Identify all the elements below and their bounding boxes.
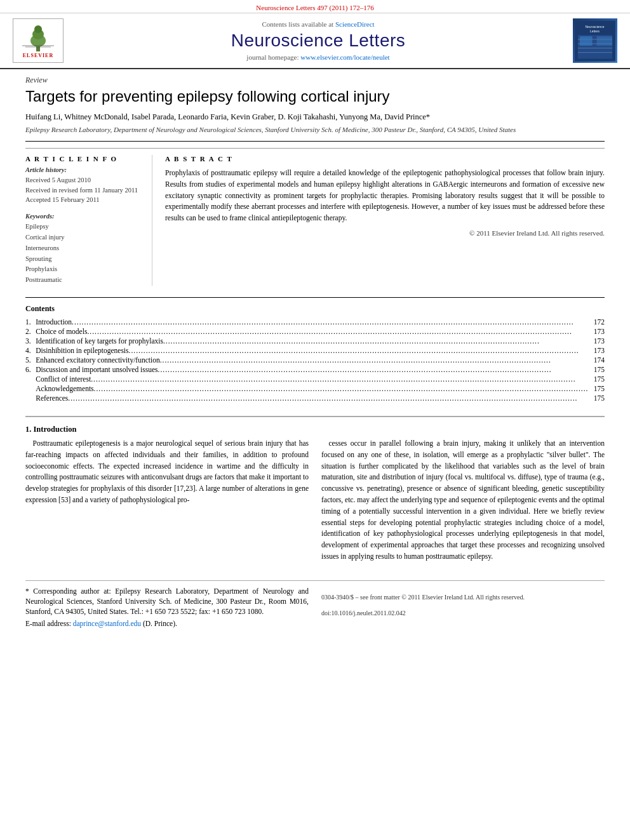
elsevier-logo-box: ELSEVIER <box>13 18 64 63</box>
contents-table: 1. Introduction.........................… <box>25 317 605 403</box>
contents-label-5: Enhanced excitatory connectivity/functio… <box>36 356 588 365</box>
contents-page-2: 173 <box>588 327 605 337</box>
contents-available-text: Contents lists available at <box>262 20 333 28</box>
journal-homepage: journal homepage: www.elsevier.com/locat… <box>70 53 566 61</box>
svg-text:Neuroscience: Neuroscience <box>586 25 605 29</box>
contents-num-1: 1. <box>25 317 36 327</box>
homepage-label: journal homepage: <box>246 53 298 61</box>
corresponding-note: * Corresponding author at: Epilepsy Rese… <box>25 586 309 617</box>
contents-label-3: Identification of key targets for prophy… <box>36 337 588 346</box>
footnote-area: * Corresponding author at: Epilepsy Rese… <box>25 580 605 630</box>
contents-num-ref <box>25 394 36 403</box>
contents-title: Contents <box>25 304 605 314</box>
introduction-section: 1. Introduction Posttraumatic epileptoge… <box>25 416 605 568</box>
keyword-1: Cortical injury <box>25 232 142 243</box>
contents-label-2: Choice of models........................… <box>36 327 588 337</box>
article-info-abstract: A R T I C L E I N F O Article history: R… <box>25 148 605 286</box>
keywords-section: Keywords: Epilepsy Cortical injury Inter… <box>25 213 142 286</box>
keyword-4: Prophylaxis <box>25 264 142 275</box>
journal-thumb: Neuroscience Letters <box>566 18 617 63</box>
contents-num-5: 5. <box>25 356 36 365</box>
keyword-5: Posttraumatic <box>25 275 142 286</box>
article-info-panel: A R T I C L E I N F O Article history: R… <box>25 155 152 286</box>
intro-left-paragraph: Posttraumatic epileptogenesis is a major… <box>25 438 309 506</box>
svg-point-3 <box>34 25 42 33</box>
svg-rect-4 <box>22 45 54 46</box>
email-suffix: (D. Prince). <box>143 620 177 627</box>
contents-page-4: 173 <box>588 346 605 356</box>
contents-label-ack: Acknowledgements........................… <box>36 384 588 394</box>
history-revised: Received in revised form 11 January 2011 <box>25 185 142 196</box>
contents-page-1: 172 <box>588 317 605 327</box>
contents-row-2: 2. Choice of models.....................… <box>25 327 605 337</box>
contents-page-5: 174 <box>588 356 605 365</box>
contents-row-ref: References..............................… <box>25 394 605 403</box>
keywords-label: Keywords: <box>25 213 142 220</box>
corresponding-text: * Corresponding author at: Epilepsy Rese… <box>25 587 309 615</box>
page: Neuroscience Letters 497 (2011) 172–176 … <box>0 0 630 840</box>
article-type-label: Review <box>25 76 605 85</box>
article-title: Targets for preventing epilepsy followin… <box>25 88 605 106</box>
history-label: Article history: <box>25 166 142 173</box>
journal-ref-bar: Neuroscience Letters 497 (2011) 172–176 <box>0 0 630 13</box>
contents-label-coi: Conflict of interest....................… <box>36 375 588 384</box>
contents-row-4: 4. Disinhibition in epileptogenesis.....… <box>25 346 605 356</box>
journal-header: ELSEVIER Contents lists available at Sci… <box>0 13 630 69</box>
keyword-3: Sprouting <box>25 254 142 265</box>
email-note: E-mail address: daprince@stanford.edu (D… <box>25 618 309 629</box>
intro-heading: 1. Introduction <box>25 425 605 434</box>
history-accepted: Accepted 15 February 2011 <box>25 195 142 205</box>
doi-line: doi:10.1016/j.neulet.2011.02.042 <box>321 608 605 618</box>
elsevier-logo: ELSEVIER <box>13 18 70 63</box>
contents-num-2: 2. <box>25 327 36 337</box>
contents-label-6: Discussion and important unsolved issues… <box>36 365 588 375</box>
contents-page-ref: 175 <box>588 394 605 403</box>
abstract-panel: A B S T R A C T Prophylaxis of posttraum… <box>165 155 605 286</box>
abstract-text: Prophylaxis of posttraumatic epilepsy wi… <box>165 168 605 224</box>
email-address[interactable]: daprince@stanford.edu <box>73 620 141 627</box>
rights-text: 0304-3940/$ – see front matter © 2011 El… <box>321 594 525 601</box>
two-column-layout: Posttraumatic epileptogenesis is a major… <box>25 438 605 568</box>
contents-page-coi: 175 <box>588 375 605 384</box>
right-column: cesses occur in parallel following a bra… <box>321 438 605 568</box>
contents-row-5: 5. Enhanced excitatory connectivity/func… <box>25 356 605 365</box>
contents-num-4: 4. <box>25 346 36 356</box>
contents-page-ack: 175 <box>588 384 605 394</box>
homepage-url[interactable]: www.elsevier.com/locate/neulet <box>300 53 389 61</box>
journal-name: Neuroscience Letters <box>70 30 566 51</box>
contents-num-6: 6. <box>25 365 36 375</box>
article-info-title: A R T I C L E I N F O <box>25 155 142 163</box>
intro-heading-text: 1. Introduction <box>25 425 76 434</box>
left-column: Posttraumatic epileptogenesis is a major… <box>25 438 309 568</box>
contents-label-4: Disinhibition in epileptogenesis........… <box>36 346 588 356</box>
contents-num-ack <box>25 384 36 394</box>
journal-ref-text: Neuroscience Letters 497 (2011) 172–176 <box>256 4 373 11</box>
main-content: Review Targets for preventing epilepsy f… <box>0 69 630 643</box>
keyword-2: Interneurons <box>25 243 142 254</box>
contents-label-ref: References..............................… <box>36 394 588 403</box>
contents-row-1: 1. Introduction.........................… <box>25 317 605 327</box>
sciencedirect-line: Contents lists available at ScienceDirec… <box>70 20 566 28</box>
authors: Huifang Li, Whitney McDonald, Isabel Par… <box>25 111 605 123</box>
history-received: Received 5 August 2010 <box>25 175 142 185</box>
svg-rect-15 <box>596 36 612 46</box>
contents-label-1: Introduction............................… <box>36 317 588 327</box>
sciencedirect-link[interactable]: ScienceDirect <box>335 20 375 28</box>
contents-section: Contents 1. Introduction................… <box>25 297 605 403</box>
keyword-0: Epilepsy <box>25 222 142 232</box>
affiliation: Epilepsy Research Laboratory, Department… <box>25 125 605 135</box>
contents-page-3: 173 <box>588 337 605 346</box>
svg-rect-14 <box>580 36 593 46</box>
contents-num-3: 3. <box>25 337 36 346</box>
contents-row-ack: Acknowledgements........................… <box>25 384 605 394</box>
email-label: E-mail address: <box>25 620 71 627</box>
abstract-title: A B S T R A C T <box>165 155 605 163</box>
contents-row-3: 3. Identification of key targets for pro… <box>25 337 605 346</box>
svg-text:Letters: Letters <box>590 30 600 33</box>
footnote-left: * Corresponding author at: Epilepsy Rese… <box>25 586 309 630</box>
journal-cover-image: Neuroscience Letters <box>573 18 617 63</box>
copyright: © 2011 Elsevier Ireland Ltd. All rights … <box>165 229 605 237</box>
footnote-right: 0304-3940/$ – see front matter © 2011 El… <box>321 586 605 630</box>
contents-num-coi <box>25 375 36 384</box>
divider-main <box>25 141 605 142</box>
